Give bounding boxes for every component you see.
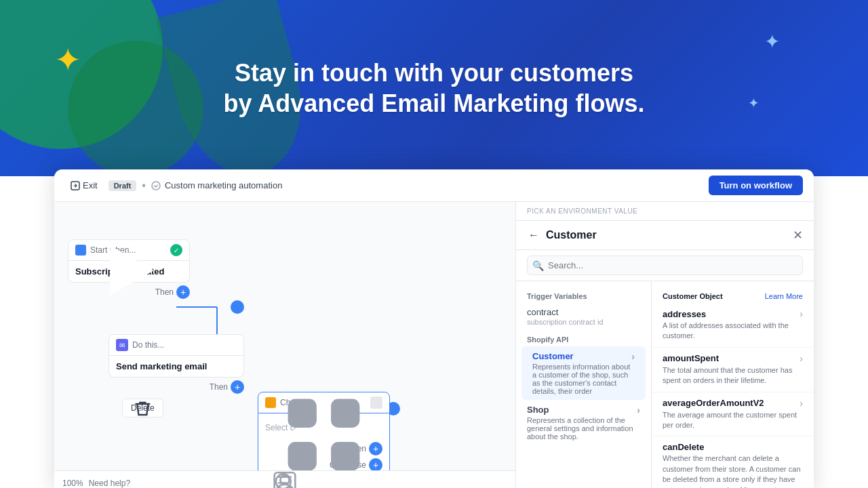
turn-on-button[interactable]: Turn on workflow [709,176,803,195]
check-otherwise-row: Otherwise + [265,458,382,472]
action-node-header: ✉ Do this... [108,334,244,356]
check-otherwise-button[interactable]: + [369,458,382,472]
check-then-button[interactable]: + [369,442,382,455]
right-item[interactable]: averageOrderAmountV2 › The average amoun… [652,392,814,437]
start-settings-icon[interactable]: ✓ [170,244,182,256]
exit-icon [71,181,80,190]
shopify-api-label: Shopify API [516,330,651,346]
svg-point-18 [280,476,289,485]
learn-more-link[interactable]: Learn More [765,292,803,300]
right-item[interactable]: canDelete Whether the merchant can delet… [652,436,814,488]
check-node-body: Select condition Then + Otherwise + [258,413,390,478]
action-node: ✉ Do this... Send marketing email Then + [108,334,244,396]
svg-point-8 [231,300,244,314]
workflow-name: Custom marketing automation [151,180,282,190]
delete-area: Delete [122,399,163,418]
draft-badge: Draft [108,180,137,191]
check-node-label: Check if... [280,398,316,407]
right-item[interactable]: addresses › A list of addresses associat… [652,303,814,348]
start-node-icon [75,245,86,256]
sidebar-panel: PICK AN ENVIRONMENT VALUE ← Customer ✕ 🔍… [515,202,814,488]
delete-button[interactable]: Delete [122,399,163,418]
customer-chevron-icon: › [631,351,635,362]
canvas-bottom-bar: 100% Need help? [54,470,515,488]
sidebar-title-row: ← Customer ✕ [516,221,814,250]
sidebar-right-panel: Customer Object Learn More addresses › A… [652,281,814,488]
sidebar-close-button[interactable]: ✕ [793,228,803,243]
check-node-header: Check if... [258,392,390,413]
customer-api-item[interactable]: Customer Represents information about a … [521,346,646,400]
app-window: Exit Draft • Custom marketing automation… [54,169,814,488]
zoom-level: 100% [62,479,83,488]
top-bar: Exit Draft • Custom marketing automation… [54,169,814,202]
right-item[interactable]: amountSpent › The total amount that the … [652,348,814,392]
star-large-icon: ✦ [54,41,81,79]
need-help-label[interactable]: Need help? [89,479,130,488]
right-section-header: Customer Object Learn More [652,287,814,303]
start-then-row: Then + [68,285,190,299]
check-icon [265,397,276,408]
check-circle-icon [151,181,161,190]
action-node-label: Do this... [132,340,164,350]
start-node-body: Subscription Created [68,261,190,283]
start-node: Start when... ✓ Subscription Created The… [68,239,190,302]
email-icon: ✉ [116,339,128,351]
check-then-row: Then + [265,442,382,455]
search-icon: 🔍 [532,260,544,271]
right-items-list: addresses › A list of addresses associat… [652,303,814,488]
check-settings-icon[interactable] [370,396,382,409]
action-node-body: Send marketing email [108,356,244,378]
sidebar-back-button[interactable]: ← [527,228,540,243]
action-then-row: Then + [108,380,244,394]
check-node: Check if... Select condition Then + Othe… [258,392,390,478]
shop-api-item[interactable]: Shop Represents a collection of the gene… [516,400,651,445]
item-chevron-icon: › [800,308,803,319]
svg-rect-15 [275,472,296,488]
start-node-label: Start when... [90,245,136,255]
sidebar-pick-label: PICK AN ENVIRONMENT VALUE [516,202,814,221]
item-chevron-icon: › [800,398,803,409]
search-input[interactable] [527,256,803,275]
star-bottom-icon: ✦ [748,95,760,111]
start-then-button[interactable]: + [176,285,190,299]
trigger-section-label: Trigger Variables [516,287,651,303]
right-section-title: Customer Object [663,292,723,300]
content-area: Start when... ✓ Subscription Created The… [54,202,814,488]
sidebar-left-panel: Trigger Variables contract subscription … [516,281,652,488]
exit-button[interactable]: Exit [65,178,103,193]
svg-point-1 [152,182,160,190]
select-condition-placeholder[interactable]: Select condition [265,419,382,436]
sidebar-search-area: 🔍 [516,250,814,281]
sidebar-columns: Trigger Variables contract subscription … [516,281,814,488]
action-then-button[interactable]: + [231,380,244,394]
workflow-canvas: Start when... ✓ Subscription Created The… [54,202,515,488]
shop-chevron-icon: › [637,405,640,415]
divider: • [142,180,146,192]
sidebar-title: Customer [546,229,793,241]
svg-point-16 [276,474,291,488]
start-node-header: Start when... ✓ [68,239,190,261]
contract-var-item[interactable]: contract subscription contract id [516,303,651,330]
hero-section: ✦ ✦ ✦ Stay in touch with your customers … [0,0,868,176]
hero-title: Stay in touch with your customers by Adv… [224,58,645,119]
item-chevron-icon: › [800,353,803,364]
star-top-icon: ✦ [764,30,780,53]
